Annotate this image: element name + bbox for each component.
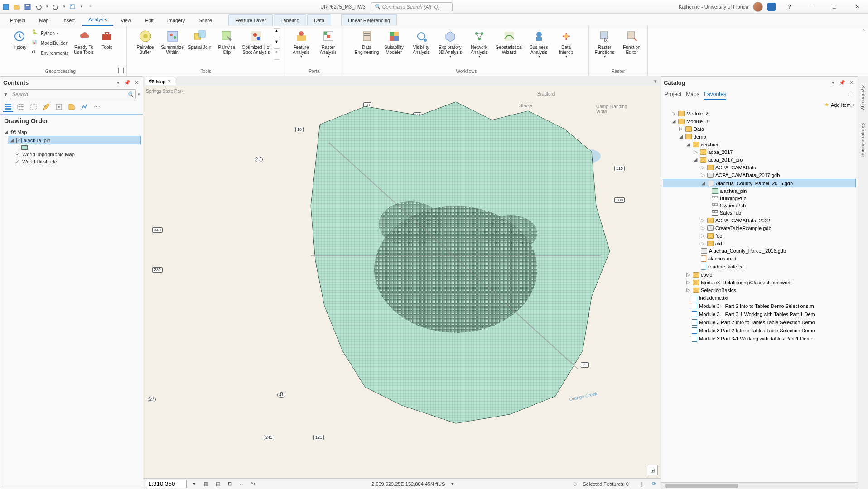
tree-gdb[interactable]: ▷ACPA_CAMAData_2017.gdb	[663, 171, 856, 179]
save-icon[interactable]	[24, 3, 32, 11]
visibility-checkbox[interactable]: ✓	[15, 159, 20, 164]
list-by-perf-icon[interactable]	[79, 102, 89, 112]
expand-icon[interactable]: ▷	[701, 233, 705, 239]
coords-dropdown-icon[interactable]: ▾	[448, 480, 457, 488]
spatial-join-button[interactable]: Spatial Join	[187, 28, 213, 51]
visibility-checkbox[interactable]: ✓	[16, 138, 22, 143]
list-by-snapping-icon[interactable]	[54, 102, 64, 112]
tab-data[interactable]: Data	[307, 14, 331, 26]
data-interop-button[interactable]: Data Interop▾	[553, 28, 579, 60]
close-tab-icon[interactable]: ✕	[167, 78, 171, 84]
expand-icon[interactable]: ▷	[694, 149, 698, 155]
expand-icon[interactable]: ▷	[686, 279, 691, 285]
status-tool-icon[interactable]: ▤	[214, 480, 222, 488]
status-tool-icon[interactable]: ↔	[237, 480, 246, 488]
environments-button[interactable]: ⚙Environments	[30, 48, 70, 58]
expand-icon[interactable]: ▷	[686, 272, 691, 278]
pin-icon[interactable]: 📌	[839, 79, 846, 86]
symbology-tab[interactable]: Symbology	[861, 85, 866, 110]
tree-aprx[interactable]: Module 3 – Part 2 Into to Tables Demo Se…	[663, 302, 856, 310]
visibility-checkbox[interactable]: ✓	[15, 152, 20, 157]
catalog-tab-favorites[interactable]: Favorites	[704, 89, 726, 100]
redo-icon[interactable]	[52, 3, 60, 11]
collapse-ribbon-icon[interactable]: ^	[862, 28, 864, 34]
tree-mxd[interactable]: alachua.mxd	[663, 254, 856, 263]
catalog-menu-icon[interactable]: ≡	[848, 91, 855, 98]
scale-dropdown-icon[interactable]: ▾	[190, 480, 198, 488]
catalog-hscrollbar[interactable]	[661, 482, 858, 489]
tree-folder[interactable]: ◢Module_3	[663, 117, 856, 125]
undo-icon[interactable]	[34, 3, 43, 11]
tab-edit[interactable]: Edit	[139, 15, 160, 26]
function-editor-button[interactable]: Function Editor	[619, 28, 645, 56]
expand-icon[interactable]: ▷	[701, 225, 705, 231]
exploratory-3d-button[interactable]: Exploratory 3D Analysis▾	[435, 28, 465, 60]
dropdown-icon[interactable]: ▾	[853, 103, 855, 107]
expand-icon[interactable]: ▷	[701, 164, 705, 170]
tools-button[interactable]: Tools	[97, 28, 116, 51]
catalog-tab-project[interactable]: Project	[665, 89, 681, 100]
pause-drawing-icon[interactable]: ‖	[638, 480, 646, 488]
tree-featureclass[interactable]: alachua_pin	[663, 187, 856, 195]
gallery-up-icon[interactable]: ▲	[274, 28, 280, 38]
raster-analysis-button[interactable]: Raster Analysis▾	[315, 28, 342, 60]
tab-share[interactable]: Share	[193, 15, 218, 26]
geostatistical-button[interactable]: Geostatistical Wizard	[493, 28, 525, 56]
list-by-labeling-icon[interactable]	[67, 102, 77, 112]
tree-table[interactable]: OwnersPub	[663, 202, 856, 209]
tree-folder[interactable]: ▷covid	[663, 271, 856, 278]
tree-folder[interactable]: ▷ACPA_CAMAData_2022	[663, 216, 856, 224]
tree-folder[interactable]: ◢alachua	[663, 140, 856, 148]
collapse-icon[interactable]: ◢	[4, 129, 9, 135]
modelbuilder-button[interactable]: 📊ModelBuilder	[30, 38, 70, 48]
list-by-selection-icon[interactable]	[29, 102, 39, 112]
map-canvas[interactable]: Springs State Park Bradford Starke Camp …	[143, 86, 661, 478]
scrollbar-thumb[interactable]	[665, 484, 738, 488]
tab-feature-layer[interactable]: Feature Layer	[228, 14, 273, 26]
expand-icon[interactable]: ▷	[701, 240, 705, 246]
collapse-icon[interactable]: ◢	[679, 134, 684, 139]
close-button[interactable]: ✕	[848, 1, 866, 12]
tree-folder[interactable]: ▷acpa_2017	[663, 148, 856, 156]
map-tab[interactable]: 🗺 Map ✕	[145, 77, 175, 85]
expand-icon[interactable]: ▷	[686, 287, 691, 293]
command-search-input[interactable]: 🔍 Command Search (Alt+Q)	[371, 2, 453, 11]
tree-folder[interactable]: ▷ACPA_CAMAData	[663, 163, 856, 171]
tree-folder[interactable]: ▷fdor	[663, 232, 856, 240]
undo-dropdown-icon[interactable]: ▼	[45, 3, 49, 11]
tree-folder[interactable]: ▷Data	[663, 125, 856, 133]
gallery-down-icon[interactable]: ▼	[274, 39, 280, 49]
tree-gdb-selected[interactable]: ◢Alachua_County_Parcel_2016.gdb	[663, 179, 856, 187]
summarize-within-button[interactable]: Summarize Within	[159, 28, 186, 56]
contents-search-input[interactable]: Search 🔍	[10, 89, 136, 99]
status-tool-icon[interactable]: ▦	[202, 480, 210, 488]
status-tool-icon[interactable]: ⊞	[226, 480, 234, 488]
data-engineering-button[interactable]: Data Engineering	[354, 28, 380, 56]
tree-folder[interactable]: ▷Module3_RelationshipClassesHomework	[663, 278, 856, 286]
notification-icon[interactable]	[767, 3, 776, 11]
tree-folder[interactable]: ▷SelectionBasics	[663, 286, 856, 294]
collapse-icon[interactable]: ◢	[10, 137, 14, 143]
list-by-editing-icon[interactable]	[41, 102, 51, 112]
pane-menu-icon[interactable]: ▾	[829, 79, 837, 86]
close-pane-icon[interactable]: ✕	[848, 79, 855, 86]
status-tool-icon[interactable]: ᴺ↑	[249, 480, 257, 488]
tree-gdb[interactable]: ▷CreateTableExample.gdb	[663, 224, 856, 232]
expand-icon[interactable]: ▷	[672, 110, 676, 116]
tab-project[interactable]: Project	[4, 15, 32, 26]
network-analysis-button[interactable]: Network Analysis▾	[466, 28, 492, 60]
tree-aprx[interactable]: Module 3 Part 2 Into to Tables Table Sel…	[663, 318, 856, 326]
redo-dropdown-icon[interactable]: ▼	[63, 3, 66, 11]
tab-map[interactable]: Map	[33, 15, 55, 26]
avatar[interactable]	[753, 2, 763, 12]
pane-menu-icon[interactable]: ▾	[115, 79, 122, 86]
add-item-button[interactable]: Add Item	[831, 102, 851, 108]
scale-input[interactable]	[146, 480, 187, 488]
suitability-button[interactable]: Suitability Modeler	[381, 28, 407, 56]
tree-folder[interactable]: ◢acpa_2017_pro	[663, 156, 856, 163]
maximize-button[interactable]: □	[825, 1, 844, 12]
symbol-row[interactable]	[2, 144, 141, 151]
dialog-launcher-icon[interactable]	[118, 68, 124, 73]
gallery-more-icon[interactable]: ⁼	[274, 50, 280, 60]
visibility-button[interactable]: Visibility Analysis	[408, 28, 434, 56]
